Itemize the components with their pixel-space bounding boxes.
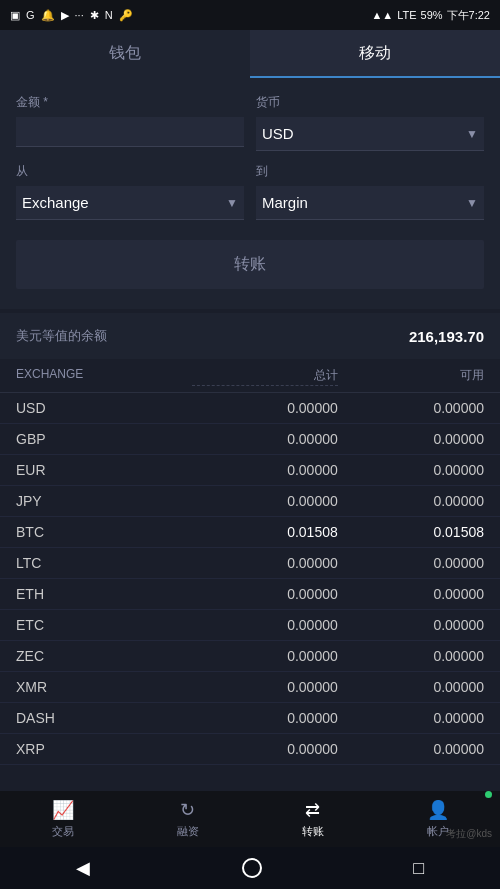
table-row: XRP0.000000.00000 [0, 734, 500, 765]
td-available: 0.00000 [338, 648, 484, 664]
notification-icon: 🔔 [41, 9, 55, 22]
form-section: 金额 * 货币 USD ▼ 从 Exchange ▼ 到 [0, 78, 500, 309]
table-body: USD0.000000.00000GBP0.000000.00000EUR0.0… [0, 393, 500, 765]
transfer-button[interactable]: 转账 [16, 240, 484, 289]
system-nav: ◀ □ [0, 847, 500, 889]
table-row: ETH0.000000.00000 [0, 579, 500, 610]
amount-label: 金额 * [16, 94, 244, 111]
to-select[interactable]: Margin ▼ [256, 186, 484, 220]
table-row: USD0.000000.00000 [0, 393, 500, 424]
nav-account-label: 帐户 [427, 824, 449, 839]
td-total: 0.00000 [192, 710, 338, 726]
nav-transfer-label: 转账 [302, 824, 324, 839]
td-total: 0.00000 [192, 648, 338, 664]
td-currency: GBP [16, 431, 192, 447]
td-currency: USD [16, 400, 192, 416]
td-currency: JPY [16, 493, 192, 509]
td-total: 0.00000 [192, 493, 338, 509]
home-button[interactable] [242, 858, 262, 878]
nav-trade[interactable]: 📈 交易 [0, 791, 125, 847]
to-display[interactable]: Margin ▼ [256, 186, 484, 219]
th-exchange: EXCHANGE [16, 367, 192, 386]
funding-icon: ↻ [180, 799, 195, 821]
td-currency: XMR [16, 679, 192, 695]
form-row-2: 从 Exchange ▼ 到 Margin ▼ [16, 163, 484, 220]
td-total: 0.01508 [192, 524, 338, 540]
td-available: 0.00000 [338, 493, 484, 509]
to-label: 到 [256, 163, 484, 180]
td-available: 0.00000 [338, 710, 484, 726]
from-display[interactable]: Exchange ▼ [16, 186, 244, 219]
to-group: 到 Margin ▼ [256, 163, 484, 220]
from-value: Exchange [22, 194, 89, 211]
balance-value: 216,193.70 [409, 328, 484, 345]
status-left-icons: ▣ G 🔔 ▶ ··· ✱ N 🔑 [10, 9, 133, 22]
table-row: GBP0.000000.00000 [0, 424, 500, 455]
to-arrow-icon: ▼ [466, 196, 478, 210]
status-right-icons: ▲▲ LTE 59% 下午7:22 [371, 8, 490, 23]
from-select[interactable]: Exchange ▼ [16, 186, 244, 220]
tab-wallet[interactable]: 钱包 [0, 30, 250, 78]
td-total: 0.00000 [192, 679, 338, 695]
th-total: 总计 [192, 367, 338, 386]
trade-icon: 📈 [52, 799, 74, 821]
td-available: 0.01508 [338, 524, 484, 540]
td-available: 0.00000 [338, 400, 484, 416]
balance-label: 美元等值的余额 [16, 327, 107, 345]
tab-bar: 钱包 移动 [0, 30, 500, 78]
td-currency: DASH [16, 710, 192, 726]
nav-funding[interactable]: ↻ 融资 [125, 791, 250, 847]
table-row: EUR0.000000.00000 [0, 455, 500, 486]
table-row: BTC0.015080.01508 [0, 517, 500, 548]
nav-funding-label: 融资 [177, 824, 199, 839]
table-row: XMR0.000000.00000 [0, 672, 500, 703]
td-available: 0.00000 [338, 462, 484, 478]
td-currency: ETH [16, 586, 192, 602]
dots-icon: ··· [75, 9, 84, 21]
nfc-icon: N [105, 9, 113, 21]
watermark: 考拉@kds [446, 827, 492, 841]
from-group: 从 Exchange ▼ [16, 163, 244, 220]
td-total: 0.00000 [192, 555, 338, 571]
td-total: 0.00000 [192, 586, 338, 602]
table-section: EXCHANGE 总计 可用 USD0.000000.00000GBP0.000… [0, 361, 500, 765]
amount-input[interactable] [16, 117, 244, 147]
nav-transfer[interactable]: ⇄ 转账 [250, 791, 375, 847]
td-total: 0.00000 [192, 617, 338, 633]
lte-label: LTE [397, 9, 416, 21]
td-currency: ZEC [16, 648, 192, 664]
table-row: DASH0.000000.00000 [0, 703, 500, 734]
td-available: 0.00000 [338, 617, 484, 633]
status-bar: ▣ G 🔔 ▶ ··· ✱ N 🔑 ▲▲ LTE 59% 下午7:22 [0, 0, 500, 30]
back-button[interactable]: ◀ [76, 857, 90, 879]
bt-icon: ✱ [90, 9, 99, 22]
table-header: EXCHANGE 总计 可用 [0, 361, 500, 393]
th-available: 可用 [338, 367, 484, 386]
app-icon-1: ▣ [10, 9, 20, 22]
table-row: ETC0.000000.00000 [0, 610, 500, 641]
battery-label: 59% [421, 9, 443, 21]
to-value: Margin [262, 194, 308, 211]
td-currency: ETC [16, 617, 192, 633]
currency-select[interactable]: USD ▼ [256, 117, 484, 151]
balance-section: 美元等值的余额 216,193.70 [0, 313, 500, 359]
app-icon-2: G [26, 9, 35, 21]
tab-mobile[interactable]: 移动 [250, 30, 500, 78]
td-total: 0.00000 [192, 741, 338, 757]
from-label: 从 [16, 163, 244, 180]
td-available: 0.00000 [338, 679, 484, 695]
td-currency: LTC [16, 555, 192, 571]
table-row: ZEC0.000000.00000 [0, 641, 500, 672]
td-available: 0.00000 [338, 586, 484, 602]
td-currency: BTC [16, 524, 192, 540]
transfer-icon: ⇄ [305, 799, 320, 821]
table-row: LTC0.000000.00000 [0, 548, 500, 579]
bottom-nav: 📈 交易 ↻ 融资 ⇄ 转账 👤 帐户 [0, 791, 500, 847]
currency-group: 货币 USD ▼ [256, 94, 484, 151]
currency-arrow-icon: ▼ [466, 127, 478, 141]
recents-button[interactable]: □ [413, 858, 424, 879]
from-arrow-icon: ▼ [226, 196, 238, 210]
signal-icon: ▲▲ [371, 9, 393, 21]
td-available: 0.00000 [338, 431, 484, 447]
currency-display[interactable]: USD ▼ [256, 117, 484, 150]
